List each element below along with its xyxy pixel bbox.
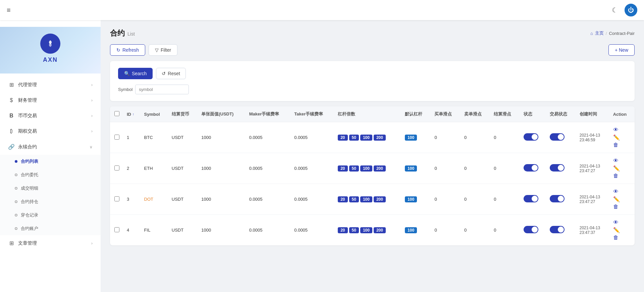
filter-label: Filter — [161, 47, 171, 53]
filter-button[interactable]: ▽ Filter — [149, 44, 177, 56]
brand-name: AXN — [43, 56, 58, 63]
th-face-value: 单张面值(USDT) — [198, 106, 246, 122]
edit-icon[interactable]: ✏️ — [613, 165, 631, 172]
default-leverage-badge: 100 — [405, 227, 417, 233]
topbar-right: ☾ ⏻ — [612, 4, 637, 16]
delete-icon[interactable]: 🗑 — [613, 204, 631, 210]
symbol-input[interactable] — [135, 85, 189, 94]
view-icon[interactable]: 👁 — [613, 158, 631, 164]
edit-icon[interactable]: ✏️ — [613, 196, 631, 202]
coin-icon: B — [8, 113, 15, 119]
delete-icon[interactable]: 🗑 — [613, 173, 631, 179]
leverage-badge: 200 — [374, 165, 386, 172]
toggle-switch[interactable] — [550, 195, 565, 202]
sidebar-item-finance[interactable]: $ 财务管理 › — [0, 93, 101, 108]
row-checkbox-cell — [110, 122, 123, 153]
breadcrumb-home-link[interactable]: 主页 — [595, 30, 604, 36]
cell-settlement-currency: USDT — [168, 153, 198, 184]
sidebar-subitem-trade-detail[interactable]: 成交明细 — [0, 182, 101, 195]
sidebar-item-agent[interactable]: ⊞ 代理管理 › — [0, 77, 101, 93]
row-checkbox-cell — [110, 153, 123, 184]
sidebar-nav: ⊞ 代理管理 › $ 财务管理 › B 币币交易 › ₿ 期权交易 — [0, 77, 101, 251]
delete-icon[interactable]: 🗑 — [613, 235, 631, 241]
view-icon[interactable]: 👁 — [613, 220, 631, 226]
cell-leverage: 2050100200 — [334, 215, 401, 246]
leverage-badge: 20 — [338, 227, 347, 233]
search-button[interactable]: 🔍 Search — [118, 68, 153, 79]
table-row: 4 FIL USDT 1000 0.0005 0.0005 2050100200… — [110, 215, 635, 246]
breadcrumb-current: Contract-Pair — [609, 31, 635, 36]
toggle-switch[interactable] — [550, 164, 565, 172]
power-icon: ⏻ — [628, 7, 634, 14]
dot-icon-4 — [15, 200, 17, 203]
select-all-checkbox[interactable] — [114, 111, 119, 116]
sidebar-subitem-contract-position[interactable]: 合约持仓 — [0, 195, 101, 208]
symbol-label: Symbol — [118, 87, 132, 92]
search-fields: Symbol — [118, 85, 627, 94]
cell-created-at: 2021-04-1323:47:27 — [576, 153, 610, 184]
new-button[interactable]: + New — [608, 44, 635, 56]
view-icon[interactable]: 👁 — [613, 189, 631, 195]
row-checkbox[interactable] — [114, 135, 119, 140]
row-checkbox[interactable] — [114, 227, 119, 232]
leverage-badge: 50 — [349, 135, 359, 141]
row-checkbox[interactable] — [114, 196, 119, 201]
cell-taker-fee: 0.0005 — [291, 122, 334, 153]
cell-settlement-slippage: 0 — [490, 153, 520, 184]
page-title-area: 合约 List — [110, 28, 135, 38]
th-id: ID ↑ — [123, 106, 141, 122]
sidebar-item-options[interactable]: ₿ 期权交易 › — [0, 124, 101, 139]
logo-icon — [40, 34, 60, 54]
leverage-badge: 100 — [360, 135, 372, 141]
sidebar-item-coin-label: 币币交易 — [18, 113, 37, 119]
toggle-switch[interactable] — [524, 133, 538, 141]
sidebar-item-coin[interactable]: B 币币交易 › — [0, 108, 101, 124]
sort-icon[interactable]: ↑ — [132, 112, 134, 116]
contracts-table: ID ↑ Symbol 结算货币 单张面值(USDT) Maker手续费率 Ta… — [110, 106, 635, 245]
th-buy-slippage: 买单滑点 — [431, 106, 461, 122]
sidebar-item-perpetual[interactable]: 🔗 永续合约 ∨ — [0, 139, 101, 155]
table-body: 1 BTC USDT 1000 0.0005 0.0005 2050100200… — [110, 122, 635, 246]
edit-icon[interactable]: ✏️ — [613, 134, 631, 141]
sidebar-item-article[interactable]: ⊞ 文章管理 › — [0, 235, 101, 251]
reset-button[interactable]: ↺ Reset — [156, 68, 186, 79]
sidebar: AXN ⊞ 代理管理 › $ 财务管理 › B 币币交易 › — [0, 20, 101, 292]
power-button[interactable]: ⏻ — [625, 4, 637, 16]
default-leverage-badge: 100 — [405, 196, 417, 202]
toggle-switch[interactable] — [524, 226, 538, 233]
toolbar: ↻ Refresh ▽ Filter + New — [110, 44, 635, 56]
cell-settlement-currency: USDT — [168, 184, 198, 215]
cell-face-value: 1000 — [198, 122, 246, 153]
new-label: + New — [615, 47, 628, 53]
toggle-switch[interactable] — [550, 226, 565, 233]
toggle-switch[interactable] — [550, 133, 565, 141]
view-icon[interactable]: 👁 — [613, 127, 631, 133]
th-taker-fee: Taker手续费率 — [291, 106, 334, 122]
theme-toggle-icon[interactable]: ☾ — [612, 6, 618, 14]
sidebar-item-article-label: 文章管理 — [18, 240, 37, 246]
toggle-switch[interactable] — [524, 195, 538, 202]
search-actions: 🔍 Search ↺ Reset — [118, 68, 627, 79]
sidebar-subitem-contract-account[interactable]: 合约账户 — [0, 222, 101, 235]
sidebar-subitem-contract-entrust[interactable]: 合约委托 — [0, 168, 101, 182]
cell-settlement-currency: USDT — [168, 122, 198, 153]
menu-icon[interactable]: ≡ — [7, 6, 11, 14]
toggle-switch[interactable] — [524, 164, 538, 172]
edit-icon[interactable]: ✏️ — [613, 227, 631, 233]
th-leverage: 杠杆倍数 — [334, 106, 401, 122]
cell-maker-fee: 0.0005 — [246, 153, 291, 184]
th-sell-slippage: 卖单滑点 — [461, 106, 490, 122]
delete-icon[interactable]: 🗑 — [613, 142, 631, 148]
row-checkbox[interactable] — [114, 165, 119, 171]
cell-trade-status — [546, 153, 576, 184]
sidebar-subitem-contract-list[interactable]: 合约列表 — [0, 155, 101, 168]
sidebar-subitem-liquidation[interactable]: 穿仓记录 — [0, 208, 101, 222]
cell-default-leverage: 100 — [401, 122, 431, 153]
cell-default-leverage: 100 — [401, 184, 431, 215]
cell-taker-fee: 0.0005 — [291, 153, 334, 184]
refresh-button[interactable]: ↻ Refresh — [110, 44, 145, 56]
cell-maker-fee: 0.0005 — [246, 122, 291, 153]
leverage-badge: 200 — [374, 227, 386, 233]
cell-symbol: FIL — [141, 215, 168, 246]
page-title: 合约 — [110, 28, 125, 38]
